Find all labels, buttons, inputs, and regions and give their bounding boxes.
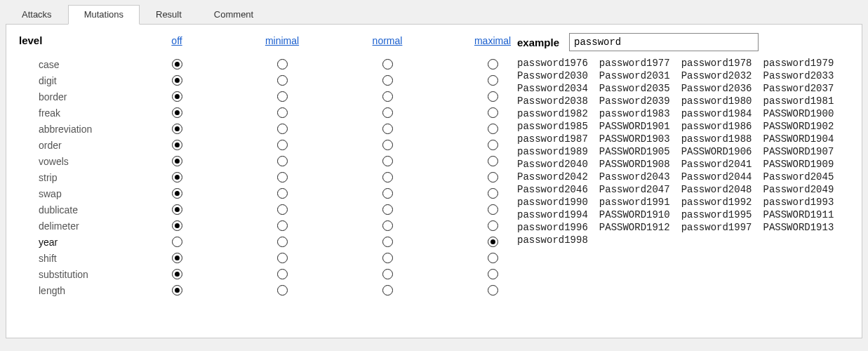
radio-length-off[interactable] (172, 285, 182, 296)
tab-result[interactable]: Result (140, 5, 198, 24)
mutation-row-year: year (19, 234, 510, 250)
mutation-label: digit (19, 75, 124, 86)
example-results-scroll[interactable]: password1976password1977password1978pass… (517, 57, 849, 307)
radio-dublicate-minimal[interactable] (277, 204, 288, 215)
example-result-item: password1990 (517, 196, 588, 208)
radio-case-off[interactable] (172, 59, 182, 69)
example-result-item: password1982 (517, 107, 588, 120)
radio-length-normal[interactable] (382, 285, 393, 296)
radio-cell (229, 59, 335, 69)
radio-year-normal[interactable] (382, 237, 393, 247)
example-result-item: PASSWORD1912 (599, 221, 670, 234)
radio-order-normal[interactable] (382, 140, 393, 150)
radio-cell (335, 91, 440, 102)
radio-dublicate-normal[interactable] (382, 204, 393, 215)
example-input[interactable] (569, 33, 759, 51)
radio-border-maximal[interactable] (488, 91, 498, 102)
radio-length-minimal[interactable] (277, 285, 288, 296)
radio-freak-off[interactable] (172, 107, 182, 118)
radio-case-maximal[interactable] (488, 59, 498, 69)
radio-vowels-normal[interactable] (382, 156, 393, 166)
example-result-item: password1991 (599, 196, 670, 208)
radio-case-minimal[interactable] (277, 59, 288, 69)
radio-year-off[interactable] (172, 237, 182, 247)
radio-cell (124, 237, 229, 247)
radio-swap-maximal[interactable] (488, 188, 498, 199)
radio-abbreviation-minimal[interactable] (277, 124, 288, 134)
example-result-item: password1998 (517, 234, 588, 246)
radio-vowels-minimal[interactable] (277, 156, 288, 166)
mutation-label: border (19, 91, 124, 102)
radio-substitution-maximal[interactable] (488, 269, 498, 279)
radio-dublicate-maximal[interactable] (488, 204, 498, 215)
radio-shift-maximal[interactable] (488, 253, 498, 263)
radio-substitution-normal[interactable] (382, 269, 393, 279)
radio-shift-normal[interactable] (382, 253, 393, 263)
radio-case-normal[interactable] (382, 59, 393, 69)
radio-shift-minimal[interactable] (277, 253, 288, 263)
level-col-off[interactable]: off (124, 35, 229, 46)
example-result-item: Password2044 (681, 171, 752, 183)
level-header-row: level off minimal normal maximal (19, 34, 510, 46)
radio-length-maximal[interactable] (488, 285, 498, 296)
radio-cell (124, 75, 229, 86)
radio-strip-normal[interactable] (382, 172, 393, 183)
radio-swap-normal[interactable] (382, 188, 393, 199)
radio-cell (229, 91, 335, 102)
radio-freak-normal[interactable] (382, 107, 393, 118)
radio-digit-maximal[interactable] (488, 75, 498, 86)
radio-freak-maximal[interactable] (488, 107, 498, 118)
radio-cell (335, 269, 440, 279)
radio-border-off[interactable] (172, 91, 182, 102)
example-result-item: Password2036 (681, 82, 752, 95)
radio-swap-off[interactable] (172, 188, 182, 199)
radio-cell (229, 204, 335, 215)
radio-strip-minimal[interactable] (277, 172, 288, 183)
radio-border-minimal[interactable] (277, 91, 288, 102)
radio-delimeter-normal[interactable] (382, 220, 393, 231)
radio-order-minimal[interactable] (277, 140, 288, 150)
radio-year-minimal[interactable] (277, 237, 288, 247)
tab-attacks[interactable]: Attacks (6, 5, 68, 24)
radio-digit-minimal[interactable] (277, 75, 288, 86)
radio-strip-maximal[interactable] (488, 172, 498, 183)
radio-order-maximal[interactable] (488, 140, 498, 150)
tab-mutations[interactable]: Mutations (68, 5, 140, 25)
radio-freak-minimal[interactable] (277, 107, 288, 118)
radio-vowels-off[interactable] (172, 156, 182, 166)
radio-substitution-off[interactable] (172, 269, 182, 279)
example-result-item: Password2032 (681, 69, 752, 82)
radio-digit-normal[interactable] (382, 75, 393, 86)
mutation-label: swap (19, 188, 124, 199)
tab-comment[interactable]: Comment (198, 5, 269, 24)
level-col-normal[interactable]: normal (335, 35, 440, 46)
example-result-item: password1987 (517, 133, 588, 145)
radio-border-normal[interactable] (382, 91, 393, 102)
example-result-item: Password2031 (599, 69, 670, 82)
example-result-item: Password2042 (517, 171, 588, 183)
radio-swap-minimal[interactable] (277, 188, 288, 199)
radio-cell (229, 285, 335, 296)
radio-delimeter-off[interactable] (172, 220, 182, 231)
example-result-item: password1983 (599, 107, 670, 120)
radio-cell (335, 188, 440, 199)
radio-shift-off[interactable] (172, 253, 182, 263)
radio-delimeter-minimal[interactable] (277, 220, 288, 231)
radio-dublicate-off[interactable] (172, 204, 182, 215)
radio-abbreviation-maximal[interactable] (488, 124, 498, 134)
example-result-item: PASSWORD1903 (599, 133, 670, 145)
radio-abbreviation-normal[interactable] (382, 124, 393, 134)
radio-vowels-maximal[interactable] (488, 156, 498, 166)
mutation-row-swap: swap (19, 185, 510, 201)
radio-abbreviation-off[interactable] (172, 124, 182, 134)
radio-year-maximal[interactable] (488, 237, 498, 247)
radio-order-off[interactable] (172, 140, 182, 150)
radio-digit-off[interactable] (172, 75, 182, 86)
radio-strip-off[interactable] (172, 172, 182, 183)
example-result-item: password1984 (681, 107, 752, 120)
radio-delimeter-maximal[interactable] (488, 220, 498, 231)
radio-substitution-minimal[interactable] (277, 269, 288, 279)
radio-cell (335, 59, 440, 69)
example-result-item: password1993 (763, 196, 834, 208)
level-col-minimal[interactable]: minimal (229, 35, 335, 46)
